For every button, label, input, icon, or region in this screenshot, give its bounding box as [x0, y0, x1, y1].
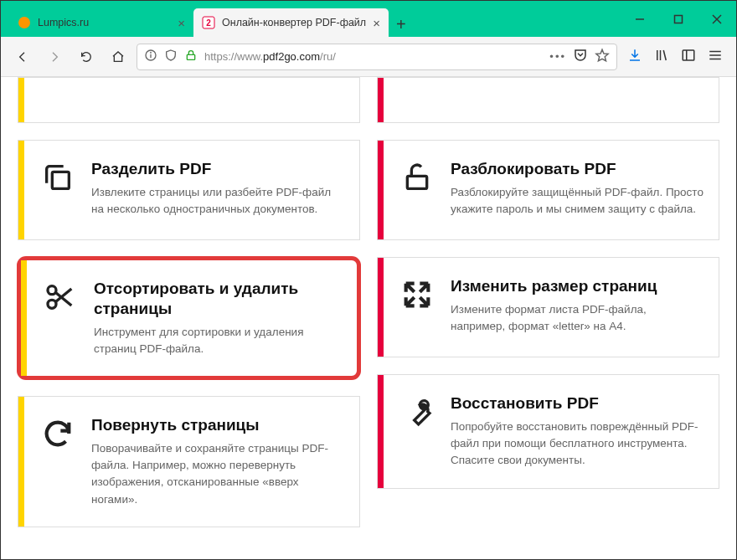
svg-rect-4: [675, 15, 683, 23]
card-desc: Поворачивайте и сохраняйте страницы PDF-…: [91, 440, 344, 508]
card-stripe: [378, 78, 384, 122]
page-content[interactable]: Разделить PDF Извлеките страницы или раз…: [1, 77, 736, 559]
minimize-button[interactable]: [621, 1, 659, 37]
star-icon[interactable]: [595, 48, 610, 65]
card-desc: Попробуйте восстановить повреждённый PDF…: [451, 419, 704, 470]
card-title: Восстановить PDF: [451, 393, 704, 414]
back-button[interactable]: [9, 44, 36, 70]
rotate-icon: [24, 397, 91, 527]
card-repair-pdf[interactable]: Восстановить PDF Попробуйте восстановить…: [377, 374, 719, 489]
tab-strip: Lumpics.ru × 2 Онлайн-конвертер PDF-файл…: [1, 1, 414, 37]
tab-pdf2go[interactable]: 2 Онлайн-конвертер PDF-файл ×: [193, 8, 389, 37]
menu-icon[interactable]: [708, 48, 723, 66]
card-stripe: [378, 375, 384, 488]
card-desc: Разблокируйте защищённый PDF-файл. Прост…: [451, 184, 704, 218]
more-dots-icon[interactable]: •••: [549, 50, 566, 63]
sidebar-icon[interactable]: [681, 48, 696, 66]
card-partial-top-right[interactable]: [377, 77, 719, 123]
card-split-pdf[interactable]: Разделить PDF Извлеките страницы или раз…: [18, 140, 360, 240]
maximize-button[interactable]: [659, 1, 698, 37]
copy-icon: [24, 141, 91, 239]
card-title: Разделить PDF: [91, 159, 344, 179]
svg-text:2: 2: [206, 18, 211, 28]
unlock-icon: [384, 141, 451, 239]
card-stripe: [18, 141, 24, 239]
info-icon[interactable]: [144, 49, 157, 64]
svg-point-0: [18, 17, 30, 28]
card-resize-pages[interactable]: Изменить размер страниц Измените формат …: [377, 257, 719, 357]
pocket-icon[interactable]: [573, 48, 588, 65]
card-stripe: [18, 78, 24, 122]
address-bar[interactable]: https://www.pdf2go.com/ru/ •••: [137, 44, 617, 70]
card-stripe: [21, 260, 27, 376]
tab-lumpics[interactable]: Lumpics.ru ×: [9, 8, 193, 37]
card-stripe: [378, 258, 384, 357]
card-title: Изменить размер страниц: [451, 276, 704, 296]
library-icon[interactable]: [654, 48, 669, 66]
card-unlock-pdf[interactable]: Разблокировать PDF Разблокируйте защищён…: [377, 140, 719, 240]
card-stripe: [378, 141, 384, 239]
close-icon[interactable]: ×: [373, 16, 380, 30]
close-icon[interactable]: ×: [178, 16, 185, 30]
card-title: Разблокировать PDF: [451, 159, 704, 179]
window-controls: [621, 1, 736, 37]
toolbar-right: [622, 48, 728, 66]
card-title: Отсортировать и удалить страницы: [94, 279, 342, 319]
shield-icon[interactable]: [164, 49, 178, 64]
card-desc: Извлеките страницы или разбейте PDF-файл…: [91, 184, 344, 218]
svg-line-13: [663, 50, 666, 60]
favicon-pdf2go: 2: [202, 16, 215, 29]
svg-rect-10: [187, 54, 194, 59]
window-titlebar: Lumpics.ru × 2 Онлайн-конвертер PDF-файл…: [1, 1, 736, 37]
svg-rect-19: [52, 172, 69, 188]
url-text: https://www.pdf2go.com/ru/: [204, 50, 543, 63]
svg-point-9: [151, 52, 152, 53]
card-sort-delete-pages[interactable]: Отсортировать и удалить страницы Инструм…: [18, 257, 360, 379]
scissors-icon: [27, 260, 94, 376]
new-tab-button[interactable]: +: [389, 12, 414, 37]
forward-button[interactable]: [41, 44, 68, 70]
card-title: Повернуть страницы: [91, 415, 344, 435]
download-icon[interactable]: [627, 48, 642, 66]
browser-toolbar: https://www.pdf2go.com/ru/ •••: [1, 37, 736, 77]
favicon-lumpics: [18, 16, 31, 29]
tab-label: Онлайн-конвертер PDF-файл: [222, 17, 366, 28]
tab-label: Lumpics.ru: [38, 17, 171, 28]
svg-rect-14: [683, 50, 694, 60]
expand-icon: [384, 258, 451, 357]
card-partial-top-left[interactable]: [18, 77, 360, 123]
close-window-button[interactable]: [698, 1, 736, 37]
card-stripe: [18, 397, 24, 527]
svg-rect-24: [407, 176, 426, 188]
card-desc: Измените формат листа PDF-файла, наприме…: [451, 301, 704, 336]
wrench-icon: [384, 375, 451, 488]
home-button[interactable]: [105, 44, 131, 70]
card-desc: Инструмент для сортировки и удаления стр…: [94, 324, 342, 358]
lock-icon[interactable]: [184, 49, 198, 64]
reload-button[interactable]: [73, 44, 100, 70]
card-rotate-pages[interactable]: Повернуть страницы Поворачивайте и сохра…: [18, 396, 360, 527]
